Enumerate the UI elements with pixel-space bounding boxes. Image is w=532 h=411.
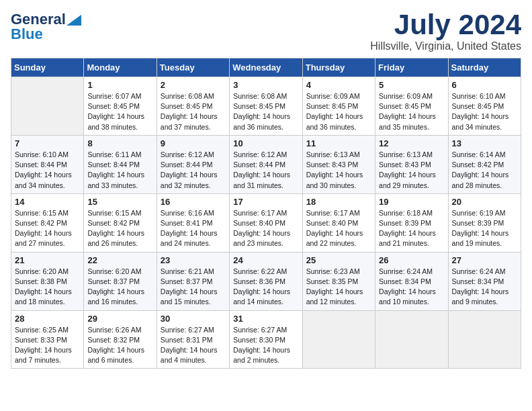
day-info: Sunrise: 6:27 AMSunset: 8:30 PMDaylight:… xyxy=(233,325,298,366)
calendar-cell xyxy=(11,77,84,136)
sunrise-label: Sunrise: 6:17 AM xyxy=(233,209,287,217)
day-info: Sunrise: 6:14 AMSunset: 8:42 PMDaylight:… xyxy=(452,150,517,191)
sunset-label: Sunset: 8:39 PM xyxy=(379,219,431,227)
sunset-label: Sunset: 8:30 PM xyxy=(233,336,285,344)
daylight-label: Daylight: 14 hours xyxy=(379,287,436,295)
sunrise-label: Sunrise: 6:13 AM xyxy=(379,150,433,158)
sunrise-label: Sunrise: 6:21 AM xyxy=(161,267,214,275)
sunset-label: Sunset: 8:31 PM xyxy=(161,336,213,344)
daylight-label: Daylight: 14 hours xyxy=(15,287,72,295)
day-number: 9 xyxy=(161,138,226,148)
daylight-minutes: and 34 minutes. xyxy=(15,181,65,189)
daylight-label: Daylight: 14 hours xyxy=(306,171,363,179)
logo-icon xyxy=(66,15,81,26)
sunrise-label: Sunrise: 6:22 AM xyxy=(233,267,287,275)
calendar-cell: 6Sunrise: 6:10 AMSunset: 8:45 PMDaylight… xyxy=(448,77,521,136)
day-info: Sunrise: 6:24 AMSunset: 8:34 PMDaylight:… xyxy=(452,267,517,308)
calendar-cell: 26Sunrise: 6:24 AMSunset: 8:34 PMDayligh… xyxy=(375,252,448,310)
sunset-label: Sunset: 8:40 PM xyxy=(233,219,285,227)
calendar-cell: 30Sunrise: 6:27 AMSunset: 8:31 PMDayligh… xyxy=(157,310,229,369)
sunset-label: Sunset: 8:35 PM xyxy=(306,277,359,285)
day-number: 25 xyxy=(306,255,371,265)
calendar-week-row: 1Sunrise: 6:07 AMSunset: 8:45 PMDaylight… xyxy=(11,77,521,136)
daylight-label: Daylight: 14 hours xyxy=(87,112,144,120)
daylight-label: Daylight: 14 hours xyxy=(161,112,218,120)
day-number: 23 xyxy=(161,255,226,265)
daylight-label: Daylight: 14 hours xyxy=(452,171,509,179)
calendar-cell: 2Sunrise: 6:08 AMSunset: 8:45 PMDaylight… xyxy=(157,77,229,136)
sunrise-label: Sunrise: 6:09 AM xyxy=(306,92,360,100)
daylight-label: Daylight: 14 hours xyxy=(161,346,218,354)
day-number: 15 xyxy=(87,197,152,207)
sunrise-label: Sunrise: 6:10 AM xyxy=(452,92,506,100)
day-info: Sunrise: 6:24 AMSunset: 8:34 PMDaylight:… xyxy=(379,267,444,308)
daylight-minutes: and 15 minutes. xyxy=(161,298,211,306)
daylight-minutes: and 32 minutes. xyxy=(161,181,211,189)
sunrise-label: Sunrise: 6:08 AM xyxy=(233,92,287,100)
sunset-label: Sunset: 8:43 PM xyxy=(379,161,431,169)
calendar-cell: 29Sunrise: 6:26 AMSunset: 8:32 PMDayligh… xyxy=(84,310,157,369)
sunrise-label: Sunrise: 6:27 AM xyxy=(233,326,287,334)
column-header-thursday: Thursday xyxy=(302,58,375,77)
sunrise-label: Sunrise: 6:12 AM xyxy=(161,150,214,158)
sunrise-label: Sunrise: 6:13 AM xyxy=(306,150,360,158)
sunset-label: Sunset: 8:44 PM xyxy=(161,161,213,169)
daylight-minutes: and 27 minutes. xyxy=(15,239,65,247)
daylight-label: Daylight: 14 hours xyxy=(161,287,218,295)
daylight-minutes: and 22 minutes. xyxy=(306,239,357,247)
daylight-label: Daylight: 14 hours xyxy=(233,112,290,120)
calendar-week-row: 21Sunrise: 6:20 AMSunset: 8:38 PMDayligh… xyxy=(11,252,521,310)
calendar-cell xyxy=(302,310,375,369)
day-info: Sunrise: 6:19 AMSunset: 8:39 PMDaylight:… xyxy=(452,208,517,249)
column-header-saturday: Saturday xyxy=(448,58,521,77)
calendar-cell: 21Sunrise: 6:20 AMSunset: 8:38 PMDayligh… xyxy=(11,252,84,310)
month-title: July 2024 xyxy=(370,11,521,39)
day-info: Sunrise: 6:20 AMSunset: 8:38 PMDaylight:… xyxy=(15,267,80,308)
calendar-header-row: SundayMondayTuesdayWednesdayThursdayFrid… xyxy=(11,58,521,77)
daylight-label: Daylight: 14 hours xyxy=(161,171,218,179)
day-number: 18 xyxy=(306,197,371,207)
calendar-cell: 18Sunrise: 6:17 AMSunset: 8:40 PMDayligh… xyxy=(302,193,375,252)
day-info: Sunrise: 6:11 AMSunset: 8:44 PMDaylight:… xyxy=(87,150,152,191)
daylight-minutes: and 18 minutes. xyxy=(15,298,65,306)
svg-marker-0 xyxy=(66,15,81,26)
daylight-minutes: and 7 minutes. xyxy=(15,356,61,364)
day-number: 6 xyxy=(452,80,517,90)
day-number: 14 xyxy=(15,197,80,207)
calendar-cell: 25Sunrise: 6:23 AMSunset: 8:35 PMDayligh… xyxy=(302,252,375,310)
sunset-label: Sunset: 8:39 PM xyxy=(452,219,504,227)
sunset-label: Sunset: 8:32 PM xyxy=(87,336,140,344)
sunrise-label: Sunrise: 6:24 AM xyxy=(379,267,433,275)
day-number: 17 xyxy=(233,197,298,207)
sunrise-label: Sunrise: 6:09 AM xyxy=(379,92,433,100)
title-area: July 2024 Hillsville, Virginia, United S… xyxy=(370,11,521,52)
sunrise-label: Sunrise: 6:23 AM xyxy=(306,267,360,275)
calendar-cell: 10Sunrise: 6:12 AMSunset: 8:44 PMDayligh… xyxy=(230,135,302,193)
day-info: Sunrise: 6:25 AMSunset: 8:33 PMDaylight:… xyxy=(15,325,80,366)
day-number: 22 xyxy=(87,255,152,265)
calendar-cell: 13Sunrise: 6:14 AMSunset: 8:42 PMDayligh… xyxy=(448,135,521,193)
day-number: 28 xyxy=(15,314,80,324)
day-info: Sunrise: 6:08 AMSunset: 8:45 PMDaylight:… xyxy=(233,91,298,132)
daylight-label: Daylight: 14 hours xyxy=(87,229,144,237)
day-info: Sunrise: 6:18 AMSunset: 8:39 PMDaylight:… xyxy=(379,208,444,249)
day-number: 10 xyxy=(233,138,298,148)
calendar-cell: 14Sunrise: 6:15 AMSunset: 8:42 PMDayligh… xyxy=(11,193,84,252)
day-number: 2 xyxy=(161,80,226,90)
day-number: 4 xyxy=(306,80,371,90)
day-info: Sunrise: 6:09 AMSunset: 8:45 PMDaylight:… xyxy=(306,91,371,132)
day-number: 7 xyxy=(15,138,80,148)
daylight-label: Daylight: 14 hours xyxy=(306,287,363,295)
daylight-minutes: and 24 minutes. xyxy=(161,239,211,247)
location: Hillsville, Virginia, United States xyxy=(370,40,521,52)
day-number: 30 xyxy=(161,314,226,324)
sunset-label: Sunset: 8:38 PM xyxy=(15,277,67,285)
calendar-cell: 31Sunrise: 6:27 AMSunset: 8:30 PMDayligh… xyxy=(230,310,302,369)
daylight-label: Daylight: 14 hours xyxy=(15,229,72,237)
daylight-minutes: and 19 minutes. xyxy=(452,239,502,247)
daylight-label: Daylight: 14 hours xyxy=(379,112,436,120)
calendar-cell xyxy=(448,310,521,369)
daylight-label: Daylight: 14 hours xyxy=(233,287,290,295)
daylight-label: Daylight: 14 hours xyxy=(87,287,144,295)
day-info: Sunrise: 6:07 AMSunset: 8:45 PMDaylight:… xyxy=(87,91,152,132)
